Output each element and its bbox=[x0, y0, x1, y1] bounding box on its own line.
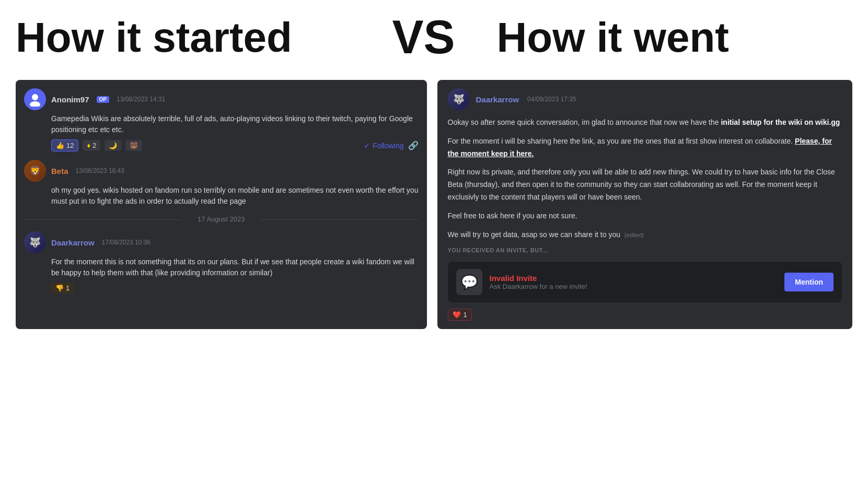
right-para3: Right now its private, and therefore onl… bbox=[448, 166, 842, 203]
svg-point-1 bbox=[30, 101, 40, 107]
reaction-bear[interactable]: 🐻 bbox=[125, 140, 142, 151]
avatar-daarkarrow-left: 🐺 bbox=[24, 231, 46, 253]
date-divider: 17 August 2023 bbox=[24, 215, 419, 223]
timestamp-daarkarrow-right: 04/09/2023 17:35 bbox=[527, 96, 576, 103]
reactions-row-daarkarrow[interactable]: 👎 1 bbox=[51, 283, 419, 294]
avatar-beta: 🦁 bbox=[24, 160, 46, 182]
username-anonim: Anonim97 bbox=[51, 95, 89, 104]
message-block-beta: 🦁 Beta 13/08/2023 16:43 oh my god yes. w… bbox=[24, 160, 419, 207]
right-para1-plain: Ookay so after some quick conversation, … bbox=[448, 118, 721, 126]
right-para5: We will try to get data, asap so we can … bbox=[448, 229, 842, 241]
moon-emoji: 🌙 bbox=[109, 142, 117, 149]
svg-point-0 bbox=[32, 94, 38, 100]
invite-icon: 💬 bbox=[456, 269, 482, 295]
message-header-beta: 🦁 Beta 13/08/2023 16:43 bbox=[24, 160, 419, 182]
following-button[interactable]: ✓ Following bbox=[364, 142, 403, 150]
op-badge: OP bbox=[97, 96, 109, 103]
reaction-moon[interactable]: 🌙 bbox=[105, 140, 121, 151]
invite-subtitle: Ask Daarkarrow for a new invite! bbox=[490, 283, 778, 290]
edited-tag: (edited) bbox=[624, 232, 644, 238]
header-left-title: How it started bbox=[16, 14, 372, 62]
thumbsdown-emoji: 👎 bbox=[55, 284, 64, 292]
invite-text: Invalid Invite Ask Daarkarrow for a new … bbox=[490, 274, 778, 290]
timestamp-anonim: 13/08/2023 14:31 bbox=[117, 96, 165, 103]
invite-title: Invalid Invite bbox=[490, 274, 778, 283]
checkmark-icon: ✓ bbox=[364, 142, 370, 150]
heart-emoji: ❤️ bbox=[453, 311, 461, 319]
timestamp-daarkarrow-left: 17/08/2023 10:36 bbox=[102, 239, 151, 246]
diamond-emoji: ♦ bbox=[87, 142, 90, 149]
reaction-thumbsup[interactable]: 👍 12 bbox=[51, 139, 78, 151]
reaction-thumbsdown[interactable]: 👎 1 bbox=[51, 283, 74, 294]
message-header-anonim: Anonim97 OP 13/08/2023 14:31 bbox=[24, 88, 419, 110]
left-panel: Anonim97 OP 13/08/2023 14:31 Gamepedia W… bbox=[16, 80, 427, 329]
header-right-title: How it went bbox=[476, 14, 853, 62]
right-para1-bold: initial setup for the wiki on wiki.gg bbox=[721, 118, 840, 126]
reactions-row-anonim[interactable]: 👍 12 ♦ 2 🌙 🐻 ✓ Following 🔗 bbox=[51, 139, 419, 151]
message-content-anonim: Gamepedia Wikis are absolutely terrible,… bbox=[51, 113, 419, 135]
avatar-daarkarrow-right: 🐺 bbox=[448, 88, 470, 110]
right-para2-plain: For the moment i will be sharing here th… bbox=[448, 137, 795, 145]
mention-button[interactable]: Mention bbox=[784, 273, 834, 291]
message-header-daarkarrow-left: 🐺 Daarkarrow 17/08/2023 10:36 bbox=[24, 231, 419, 253]
heart-count: 1 bbox=[464, 311, 467, 319]
avatar-anonim bbox=[24, 88, 46, 110]
username-daarkarrow-left: Daarkarrow bbox=[51, 238, 95, 247]
right-message-header: 🐺 Daarkarrow 04/09/2023 17:35 bbox=[448, 88, 842, 110]
header: How it started VS How it went bbox=[10, 10, 858, 64]
link-icon[interactable]: 🔗 bbox=[408, 141, 419, 150]
username-beta: Beta bbox=[51, 167, 68, 175]
right-para2: For the moment i will be sharing here th… bbox=[448, 135, 842, 160]
message-block-daarkarrow-left: 🐺 Daarkarrow 17/08/2023 10:36 For the mo… bbox=[24, 231, 419, 294]
content-row: Anonim97 OP 13/08/2023 14:31 Gamepedia W… bbox=[10, 80, 858, 329]
heart-reaction[interactable]: ❤️ 1 bbox=[448, 309, 472, 321]
thumbsdown-count: 1 bbox=[66, 284, 70, 292]
invite-label: YOU RECEIVED AN INVITE, BUT... bbox=[448, 247, 842, 253]
diamond-count: 2 bbox=[92, 142, 96, 149]
right-para4: Feel free to ask here if you are not sur… bbox=[448, 210, 842, 223]
thumbsup-count: 12 bbox=[66, 142, 74, 149]
timestamp-beta: 13/08/2023 16:43 bbox=[76, 167, 124, 174]
message-content-beta: oh my god yes. wikis hosted on fandom ru… bbox=[51, 185, 419, 207]
message-content-daarkarrow-left: For the moment this is not something tha… bbox=[51, 256, 419, 278]
right-message-content: Ookay so after some quick conversation, … bbox=[448, 116, 842, 241]
right-para5-plain: We will try to get data, asap so we can … bbox=[448, 230, 620, 239]
reaction-diamond[interactable]: ♦ 2 bbox=[83, 140, 100, 151]
header-vs: VS bbox=[372, 10, 476, 64]
bear-emoji: 🐻 bbox=[130, 142, 138, 149]
right-para1: Ookay so after some quick conversation, … bbox=[448, 116, 842, 129]
message-block-anonim: Anonim97 OP 13/08/2023 14:31 Gamepedia W… bbox=[24, 88, 419, 151]
right-panel: 🐺 Daarkarrow 04/09/2023 17:35 Ookay so a… bbox=[437, 80, 853, 329]
username-daarkarrow-right: Daarkarrow bbox=[476, 95, 519, 104]
invite-box: 💬 Invalid Invite Ask Daarkarrow for a ne… bbox=[448, 262, 842, 302]
thumbsup-emoji: 👍 bbox=[56, 142, 64, 149]
following-label: Following bbox=[373, 142, 403, 150]
